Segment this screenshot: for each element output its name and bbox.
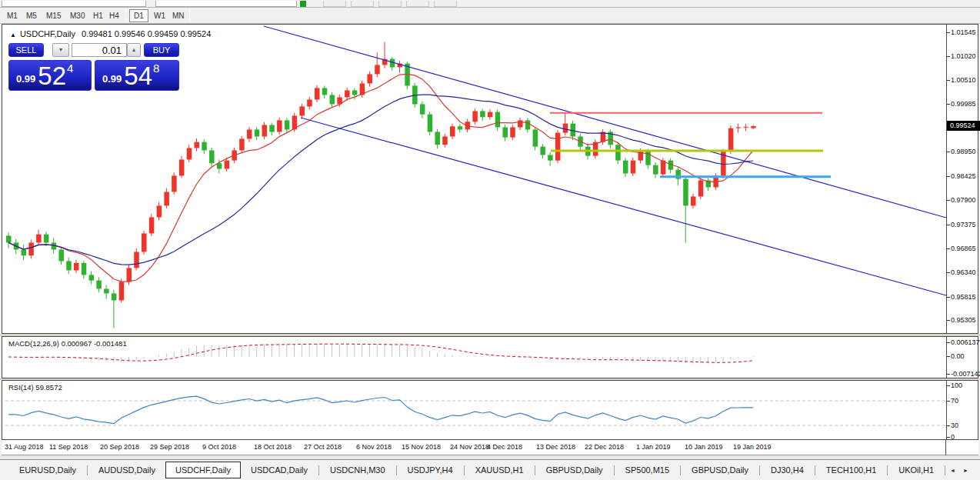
date-axis-label: 6 Nov 2018 [356,443,392,451]
volume-increase-button[interactable]: ▲ [127,43,141,57]
timeframe-button-d1[interactable]: D1 [129,9,148,22]
toolbar-button[interactable] [406,1,429,7]
price-axis-label: 1.01020 [951,52,976,60]
buy-price-prefix: 0.99 [102,73,122,85]
price-axis-label: 0.97375 [951,221,976,228]
symbol-tab-gbpusd-daily[interactable]: GBPUSD,Daily [536,462,613,478]
date-axis-label: 18 Oct 2018 [254,443,292,451]
date-axis-label: 9 Oct 2018 [202,443,236,451]
timeframe-button-m1[interactable]: M1 [5,10,20,22]
main-toolbar [0,0,980,8]
date-axis-label: 29 Sep 2018 [150,443,189,451]
timeframe-button-w1[interactable]: W1 [152,10,168,22]
time-axis-separator [945,440,946,455]
rsi-axis-label: 30 [951,422,958,429]
date-axis-label: 11 Sep 2018 [49,443,88,451]
toolbar-button[interactable] [351,1,374,7]
symbol-tab-usdcad-daily[interactable]: USDCAD,Daily [241,462,318,478]
mt4-window: M1M5M15M30H1H4D1W1MN ▲USDCHF,Daily0.9948… [0,0,980,480]
price-axis-label: 0.98425 [951,172,976,180]
buy-price-big: 54 [124,65,152,86]
toolbar-field [155,1,297,7]
date-axis-label: 1 Jan 2019 [636,443,671,451]
price-axis-label: 0.99985 [951,100,976,108]
buy-price-pip: 8 [153,62,159,75]
symbol-tab-xauusd-h1[interactable]: XAUUSD,H1 [465,462,534,478]
chart-symbol-period: USDCHF,Daily [20,29,75,38]
timeframe-button-h1[interactable]: H1 [91,10,105,22]
toolbar-field [2,1,146,7]
tab-separator [614,465,615,475]
date-axis-label: 15 Nov 2018 [402,443,441,451]
rsi-label: RSI(14) 59.8572 [8,383,62,392]
sell-button[interactable]: SELL [8,43,44,57]
chart-title: ▲USDCHF,Daily0.99481 0.99546 0.99459 0.9… [10,29,211,38]
sell-price-big: 52 [38,65,66,86]
tab-separator [887,465,888,475]
price-axis-label: 0.95305 [951,316,976,324]
volume-decrease-button[interactable]: ▼ [52,43,69,57]
tab-separator [759,465,760,475]
symbol-tab-dj30-h4[interactable]: DJ30,H4 [761,462,814,478]
volume-input[interactable] [72,43,127,57]
symbol-tab-audusd-daily[interactable]: AUDUSD,Daily [88,462,165,478]
buy-price-box[interactable]: 0.99 54 8 [95,60,179,91]
timeframe-button-h4[interactable]: H4 [107,10,122,22]
symbol-tab-eurusd-daily[interactable]: EURUSD,Daily [9,462,86,478]
date-axis-label: 4 Dec 2018 [487,443,522,451]
chart-ohlc-values: 0.99481 0.99546 0.99459 0.99524 [82,29,211,38]
tab-separator [535,465,535,475]
rsi-axis-label: 100 [951,382,962,389]
sell-price-box[interactable]: 0.99 52 4 [8,60,92,91]
status-indicator-icon [300,1,306,7]
buy-button[interactable]: BUY [144,43,179,57]
price-axis-label: 1.00510 [951,76,976,84]
date-axis-label: 13 Dec 2018 [536,443,575,451]
macd-axis-label: -0.007142 [951,370,980,378]
symbol-tab-usdcnh-m30[interactable]: USDCNH,M30 [320,462,395,478]
main-chart-window: ▲USDCHF,Daily0.99481 0.99546 0.99459 0.9… [2,24,978,334]
symbol-tab-usdchf-daily[interactable]: USDCHF,Daily [165,462,241,478]
timeframe-button-mn[interactable]: MN [170,10,187,22]
tab-separator [318,465,319,475]
one-click-trading-panel: SELL ▼ ▲ BUY 0.99 52 4 0.99 54 8 [8,43,179,91]
current-price-badge: 0.99524 [947,121,980,131]
symbol-tab-ukoil-h1[interactable]: UKOil,H1 [888,462,944,478]
chart-tabs-bar: EURUSD,DailyAUDUSD,DailyUSDCHF,DailyUSDC… [0,459,980,480]
tab-separator [680,465,681,475]
rsi-panel: RSI(14) 59.8572 10070300 [2,380,978,440]
time-axis: 31 Aug 201811 Sep 201820 Sep 201829 Sep … [2,440,978,455]
symbol-tab-usdjpy-h4[interactable]: USDJPY,H4 [398,462,463,478]
toolbar-button[interactable] [434,1,457,7]
tabs-scroll-left[interactable]: ◄ [950,468,955,473]
symbol-tab-gbpusd-daily[interactable]: GBPUSD,Daily [682,462,758,478]
timeframe-button-m5[interactable]: M5 [24,10,39,22]
toolbar-button[interactable] [378,1,402,7]
toolbar-button[interactable] [323,1,346,7]
moving-average-line [8,74,753,282]
trendline[interactable] [301,118,946,295]
symbol-tab-sp500-m15[interactable]: SP500,M15 [615,462,679,478]
tab-separator [945,465,945,475]
toolbar-separator [125,9,126,21]
collapse-arrow-icon[interactable]: ▲ [10,32,16,38]
date-axis-label: 22 Dec 2018 [585,443,624,451]
sell-price-pip: 4 [67,62,73,75]
macd-axis-label: 0.00 [951,352,965,360]
tabs-scroll-right[interactable]: ► [963,468,968,473]
timeframe-button-m30[interactable]: M30 [68,10,87,22]
date-axis-label: 27 Oct 2018 [304,443,342,451]
price-axis-label: 1.01545 [951,28,976,36]
rsi-axis-separator [946,381,947,439]
toolbar-separator [189,9,190,21]
tab-separator [87,465,88,475]
trendline[interactable] [264,26,946,218]
macd-plot [2,337,978,378]
sell-price-prefix: 0.99 [16,73,35,85]
date-axis-label: 24 Nov 2018 [450,443,489,451]
symbol-tab-tech100-h1[interactable]: TECH100,H1 [816,462,886,478]
rsi-axis-label: 70 [951,397,958,405]
tab-separator [396,465,397,475]
timeframe-button-m15[interactable]: M15 [44,10,63,22]
date-axis-label: 19 Jan 2019 [733,443,772,451]
